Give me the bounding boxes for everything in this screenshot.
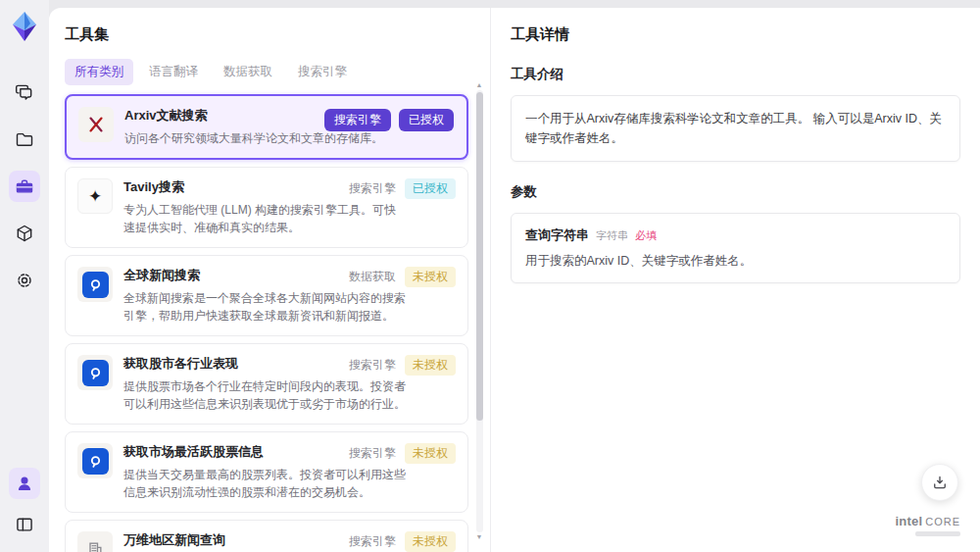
stock-search-icon <box>77 355 113 390</box>
param-name: 查询字符串 <box>525 226 589 244</box>
tool-card-stock-sector[interactable]: 获取股市各行业表现 提供股票市场各个行业在特定时间段内的表现。投资者可以利用这些… <box>65 343 468 425</box>
sidebar-bottom <box>9 468 40 540</box>
auth-status-badge: 未授权 <box>405 531 456 552</box>
params-heading: 参数 <box>511 183 960 201</box>
intel-logo-subline <box>915 531 960 536</box>
app-window: 工具集 所有类别 语言翻译 数据获取 搜索引擎 A <box>0 0 980 552</box>
tools-icon[interactable] <box>9 171 40 202</box>
user-avatar-icon[interactable] <box>9 468 40 499</box>
auth-status-badge: 未授权 <box>405 267 456 287</box>
scrollbar-thumb[interactable] <box>476 92 483 421</box>
folder-icon[interactable] <box>9 124 40 155</box>
tab-data-fetch[interactable]: 数据获取 <box>214 59 282 85</box>
tool-detail-panel: 工具详情 工具介绍 一个用于从Arxiv存储库搜索科学论文和文章的工具。 输入可… <box>490 8 980 552</box>
category-tag: 搜索引擎 <box>349 445 396 462</box>
tool-description: 提供当天交易量最高的股票列表。投资者可以利用这些信息来识别流动性强的股票和潜在的… <box>123 466 406 501</box>
tab-all-categories[interactable]: 所有类别 <box>65 59 133 85</box>
arxiv-logo-icon <box>78 107 114 142</box>
tool-description: 提供股票市场各个行业在特定时间段内的表现。投资者可以利用这些信息来识别表现优于或… <box>123 377 406 413</box>
tool-card-tavily[interactable]: ✦ Tavily搜索 专为人工智能代理 (LLM) 构建的搜索引擎工具。可快速提… <box>65 167 468 248</box>
tool-card-active-stocks[interactable]: 获取市场最活跃股票信息 提供当天交易量最高的股票列表。投资者可以利用这些信息来识… <box>65 431 468 513</box>
list-scrollbar[interactable]: ▲ ▼ <box>473 80 485 542</box>
stock-search-icon <box>77 443 113 478</box>
tool-card-region-news[interactable]: 万维地区新闻查询 查询具体行政区划内的新闻，快速了解各地新闻动 搜索引擎 未授权 <box>65 520 468 552</box>
settings-gear-icon[interactable] <box>9 265 40 296</box>
download-button[interactable] <box>921 464 958 501</box>
auth-status-badge: 未授权 <box>405 443 456 464</box>
category-tag: 搜索引擎 <box>349 357 396 374</box>
param-required-flag: 必填 <box>635 228 657 243</box>
tool-card-global-news[interactable]: 全球新闻搜索 全球新闻搜索是一个聚合全球各大新闻网站内容的搜索引擎，帮助用户快速… <box>65 255 468 336</box>
tool-description: 专为人工智能代理 (LLM) 构建的搜索引擎工具。可快速提供实时、准确和真实的结… <box>123 201 406 236</box>
tavily-star-icon: ✦ <box>77 178 113 214</box>
chat-icon[interactable] <box>9 76 40 108</box>
app-logo-icon <box>8 10 41 43</box>
download-icon <box>931 474 949 491</box>
intro-heading: 工具介绍 <box>511 66 960 83</box>
category-tag: 搜索引擎 <box>349 180 396 197</box>
scroll-down-icon[interactable]: ▼ <box>476 532 483 542</box>
intel-core-logo: intelCORE <box>895 512 960 536</box>
news-search-icon <box>77 267 113 302</box>
sidebar <box>0 0 49 552</box>
category-tag: 搜索引擎 <box>349 533 396 550</box>
tool-list: Arxiv文献搜索 访问各个研究领域大量科学论文和文章的存储库。 搜索引擎 已授… <box>65 94 490 552</box>
panel-toggle-icon[interactable] <box>9 509 40 540</box>
auth-status-badge: 已授权 <box>405 178 456 199</box>
auth-status-badge: 已授权 <box>399 109 454 131</box>
scroll-up-icon[interactable]: ▲ <box>476 80 483 90</box>
tab-language-translation[interactable]: 语言翻译 <box>139 59 208 85</box>
category-tag: 数据获取 <box>349 269 396 285</box>
tool-description: 全球新闻搜索是一个聚合全球各大新闻网站内容的搜索引擎，帮助用户快速获取全球最新资… <box>123 289 406 325</box>
detail-title: 工具详情 <box>511 25 960 44</box>
category-tag: 搜索引擎 <box>324 109 391 131</box>
tool-card-arxiv[interactable]: Arxiv文献搜索 访问各个研究领域大量科学论文和文章的存储库。 搜索引擎 已授… <box>65 94 468 160</box>
intro-text: 一个用于从Arxiv存储库搜索科学论文和文章的工具。 输入可以是Arxiv ID… <box>525 109 946 148</box>
category-tabs: 所有类别 语言翻译 数据获取 搜索引擎 <box>65 59 490 85</box>
tool-list-panel: 工具集 所有类别 语言翻译 数据获取 搜索引擎 A <box>49 8 490 552</box>
param-type: 字符串 <box>596 228 628 243</box>
package-icon[interactable] <box>9 218 40 249</box>
param-box: 查询字符串 字符串 必填 用于搜索的Arxiv ID、关键字或作者姓名。 <box>511 213 960 283</box>
building-icon <box>77 531 113 552</box>
auth-status-badge: 未授权 <box>405 355 456 376</box>
param-description: 用于搜索的Arxiv ID、关键字或作者姓名。 <box>525 253 946 270</box>
tool-description: 访问各个研究领域大量科学论文和文章的存储库。 <box>124 129 407 147</box>
tab-search-engine[interactable]: 搜索引擎 <box>288 59 357 85</box>
sidebar-nav <box>9 76 40 296</box>
main-content: 工具集 所有类别 语言翻译 数据获取 搜索引擎 A <box>49 8 980 552</box>
intro-box: 一个用于从Arxiv存储库搜索科学论文和文章的工具。 输入可以是Arxiv ID… <box>511 95 960 162</box>
page-title: 工具集 <box>65 25 490 44</box>
